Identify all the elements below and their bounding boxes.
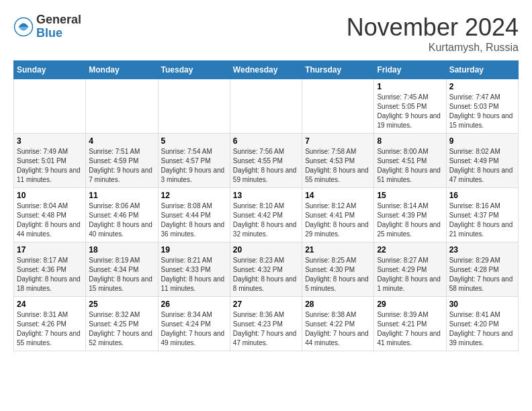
table-row: 18Sunrise: 8:19 AMSunset: 4:34 PMDayligh… [86, 242, 158, 297]
logo-general: General [36, 13, 81, 27]
table-row: 7Sunrise: 7:58 AMSunset: 4:53 PMDaylight… [302, 134, 374, 188]
day-info: Sunrise: 8:02 AMSunset: 4:49 PMDaylight:… [449, 147, 515, 185]
table-row [158, 79, 230, 134]
table-row: 28Sunrise: 8:38 AMSunset: 4:22 PMDayligh… [302, 297, 374, 351]
day-number: 28 [305, 300, 371, 309]
location-title: Kurtamysh, Russia [347, 42, 519, 54]
table-row: 11Sunrise: 8:06 AMSunset: 4:46 PMDayligh… [86, 188, 158, 242]
week-row-3: 10Sunrise: 8:04 AMSunset: 4:48 PMDayligh… [14, 188, 519, 242]
day-info: Sunrise: 8:16 AMSunset: 4:37 PMDaylight:… [449, 201, 515, 239]
logo: General Blue [13, 13, 81, 40]
day-number: 19 [161, 245, 227, 255]
day-number: 27 [233, 300, 299, 309]
table-row: 20Sunrise: 8:23 AMSunset: 4:32 PMDayligh… [230, 242, 302, 297]
day-number: 15 [377, 191, 443, 200]
day-number: 20 [233, 245, 299, 255]
table-row: 13Sunrise: 8:10 AMSunset: 4:42 PMDayligh… [230, 188, 302, 242]
day-info: Sunrise: 8:17 AMSunset: 4:36 PMDaylight:… [17, 256, 83, 293]
day-number: 1 [377, 82, 443, 91]
month-title: November 2024 [347, 13, 519, 42]
logo-icon [13, 17, 34, 37]
week-row-2: 3Sunrise: 7:49 AMSunset: 5:01 PMDaylight… [14, 134, 519, 188]
day-number: 7 [305, 136, 371, 146]
day-number: 26 [161, 300, 227, 309]
day-number: 30 [449, 300, 515, 309]
table-row: 10Sunrise: 8:04 AMSunset: 4:48 PMDayligh… [14, 188, 86, 242]
day-info: Sunrise: 8:36 AMSunset: 4:23 PMDaylight:… [233, 310, 299, 348]
day-number: 5 [161, 136, 227, 146]
header: General Blue November 2024 Kurtamysh, Ru… [13, 13, 519, 54]
day-number: 23 [449, 245, 515, 255]
week-row-5: 24Sunrise: 8:31 AMSunset: 4:26 PMDayligh… [14, 297, 519, 351]
day-number: 14 [305, 191, 371, 200]
day-number: 11 [89, 191, 154, 200]
day-info: Sunrise: 8:23 AMSunset: 4:32 PMDaylight:… [233, 256, 299, 293]
day-number: 16 [449, 191, 515, 200]
table-row: 17Sunrise: 8:17 AMSunset: 4:36 PMDayligh… [14, 242, 86, 297]
day-info: Sunrise: 8:14 AMSunset: 4:39 PMDaylight:… [377, 201, 443, 239]
day-number: 18 [89, 245, 154, 255]
table-row: 15Sunrise: 8:14 AMSunset: 4:39 PMDayligh… [374, 188, 446, 242]
day-number: 6 [233, 136, 299, 146]
day-number: 8 [377, 136, 443, 146]
day-info: Sunrise: 8:41 AMSunset: 4:20 PMDaylight:… [449, 310, 515, 348]
table-row: 21Sunrise: 8:25 AMSunset: 4:30 PMDayligh… [302, 242, 374, 297]
day-info: Sunrise: 8:34 AMSunset: 4:24 PMDaylight:… [161, 310, 227, 348]
day-info: Sunrise: 7:47 AMSunset: 5:03 PMDaylight:… [449, 93, 515, 130]
day-info: Sunrise: 8:32 AMSunset: 4:25 PMDaylight:… [89, 310, 154, 348]
table-row: 3Sunrise: 7:49 AMSunset: 5:01 PMDaylight… [14, 134, 86, 188]
day-info: Sunrise: 8:06 AMSunset: 4:46 PMDaylight:… [89, 201, 154, 239]
day-info: Sunrise: 8:38 AMSunset: 4:22 PMDaylight:… [305, 310, 371, 348]
table-row: 19Sunrise: 8:21 AMSunset: 4:33 PMDayligh… [158, 242, 230, 297]
day-info: Sunrise: 8:25 AMSunset: 4:30 PMDaylight:… [305, 256, 371, 293]
day-info: Sunrise: 8:31 AMSunset: 4:26 PMDaylight:… [17, 310, 83, 348]
table-row: 23Sunrise: 8:29 AMSunset: 4:28 PMDayligh… [446, 242, 518, 297]
logo-text: General Blue [36, 13, 81, 40]
week-row-1: 1Sunrise: 7:45 AMSunset: 5:05 PMDaylight… [14, 79, 519, 134]
day-info: Sunrise: 7:51 AMSunset: 4:59 PMDaylight:… [89, 147, 154, 185]
day-number: 24 [17, 300, 83, 309]
table-row: 1Sunrise: 7:45 AMSunset: 5:05 PMDaylight… [374, 79, 446, 134]
col-wednesday: Wednesday [230, 61, 302, 79]
col-sunday: Sunday [14, 61, 86, 79]
table-row: 26Sunrise: 8:34 AMSunset: 4:24 PMDayligh… [158, 297, 230, 351]
col-monday: Monday [86, 61, 158, 79]
week-row-4: 17Sunrise: 8:17 AMSunset: 4:36 PMDayligh… [14, 242, 519, 297]
table-row: 30Sunrise: 8:41 AMSunset: 4:20 PMDayligh… [446, 297, 518, 351]
table-row: 22Sunrise: 8:27 AMSunset: 4:29 PMDayligh… [374, 242, 446, 297]
day-info: Sunrise: 8:12 AMSunset: 4:41 PMDaylight:… [305, 201, 371, 239]
title-area: November 2024 Kurtamysh, Russia [347, 13, 519, 54]
day-info: Sunrise: 8:39 AMSunset: 4:21 PMDaylight:… [377, 310, 443, 348]
day-number: 22 [377, 245, 443, 255]
table-row [86, 79, 158, 134]
day-info: Sunrise: 8:00 AMSunset: 4:51 PMDaylight:… [377, 147, 443, 185]
day-info: Sunrise: 7:56 AMSunset: 4:55 PMDaylight:… [233, 147, 299, 185]
table-row: 2Sunrise: 7:47 AMSunset: 5:03 PMDaylight… [446, 79, 518, 134]
logo-blue: Blue [36, 27, 81, 40]
day-info: Sunrise: 7:54 AMSunset: 4:57 PMDaylight:… [161, 147, 227, 185]
table-row: 12Sunrise: 8:08 AMSunset: 4:44 PMDayligh… [158, 188, 230, 242]
day-info: Sunrise: 8:19 AMSunset: 4:34 PMDaylight:… [89, 256, 154, 293]
day-number: 25 [89, 300, 154, 309]
table-row: 9Sunrise: 8:02 AMSunset: 4:49 PMDaylight… [446, 134, 518, 188]
day-info: Sunrise: 8:29 AMSunset: 4:28 PMDaylight:… [449, 256, 515, 293]
day-number: 12 [161, 191, 227, 200]
day-info: Sunrise: 7:45 AMSunset: 5:05 PMDaylight:… [377, 93, 443, 130]
day-number: 4 [89, 136, 154, 146]
table-row: 24Sunrise: 8:31 AMSunset: 4:26 PMDayligh… [14, 297, 86, 351]
day-info: Sunrise: 7:49 AMSunset: 5:01 PMDaylight:… [17, 147, 83, 185]
table-row: 29Sunrise: 8:39 AMSunset: 4:21 PMDayligh… [374, 297, 446, 351]
table-row: 5Sunrise: 7:54 AMSunset: 4:57 PMDaylight… [158, 134, 230, 188]
calendar-table: Sunday Monday Tuesday Wednesday Thursday… [13, 60, 519, 351]
day-number: 9 [449, 136, 515, 146]
day-info: Sunrise: 8:10 AMSunset: 4:42 PMDaylight:… [233, 201, 299, 239]
table-row: 14Sunrise: 8:12 AMSunset: 4:41 PMDayligh… [302, 188, 374, 242]
table-row: 8Sunrise: 8:00 AMSunset: 4:51 PMDaylight… [374, 134, 446, 188]
table-row: 27Sunrise: 8:36 AMSunset: 4:23 PMDayligh… [230, 297, 302, 351]
day-info: Sunrise: 8:21 AMSunset: 4:33 PMDaylight:… [161, 256, 227, 293]
day-number: 3 [17, 136, 83, 146]
col-saturday: Saturday [446, 61, 518, 79]
col-thursday: Thursday [302, 61, 374, 79]
col-tuesday: Tuesday [158, 61, 230, 79]
day-info: Sunrise: 8:08 AMSunset: 4:44 PMDaylight:… [161, 201, 227, 239]
